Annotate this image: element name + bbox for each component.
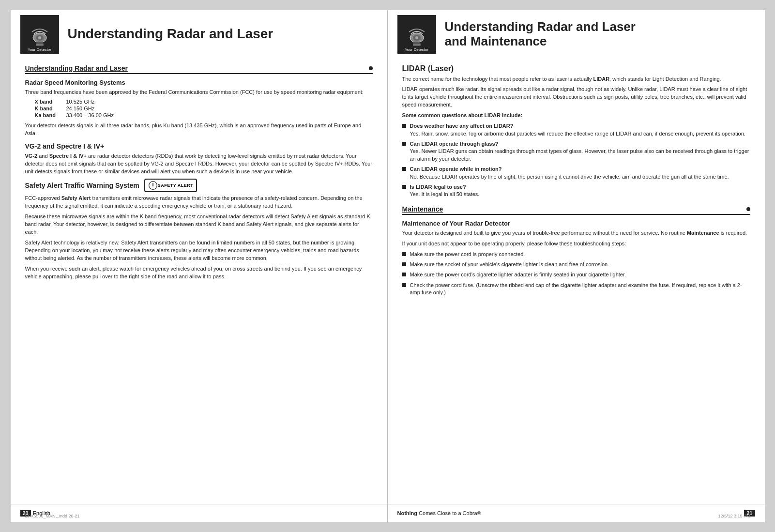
bullet-text: Can LIDAR operate through glass?Yes. New… bbox=[410, 140, 750, 163]
subsection1-heading: Radar Speed Monitoring Systems bbox=[25, 79, 373, 86]
left-header-icon-box: Your Detector bbox=[20, 15, 59, 54]
right-page-title-line1: Understanding Radar and Laser bbox=[445, 20, 636, 34]
spectre-bold: Spectre I & IV+ bbox=[49, 153, 87, 159]
svg-point-8 bbox=[415, 36, 418, 39]
svg-rect-3 bbox=[36, 45, 44, 46]
right-icon-label: Your Detector bbox=[405, 47, 428, 52]
right-brand: Nothing Comes Close to a Cobra® bbox=[397, 510, 481, 516]
left-header-title-block: Understanding Radar and Laser bbox=[59, 26, 274, 42]
right-footer: Nothing Comes Close to a Cobra® 21 bbox=[388, 504, 765, 522]
list-item: Make sure the power cord is properly con… bbox=[402, 251, 750, 258]
bullet-text: Make sure the power cord is properly con… bbox=[410, 251, 750, 258]
maintenance-section-dot bbox=[746, 207, 750, 211]
maintenance-body2: If your unit does not appear to be opera… bbox=[402, 240, 750, 248]
bullet-icon bbox=[402, 124, 406, 128]
right-radar-detector-icon bbox=[406, 25, 427, 46]
left-page-content: Understanding Radar and Laser Radar Spee… bbox=[11, 59, 387, 504]
safety-alert-icon bbox=[148, 181, 158, 190]
right-page-title-line2: and Maintenance bbox=[445, 34, 636, 49]
subsection2-body: VG-2 and Spectre I & IV+ are radar detec… bbox=[25, 152, 373, 176]
right-page: Your Detector Understanding Radar and La… bbox=[388, 10, 765, 522]
right-header-icon-box: Your Detector bbox=[397, 15, 436, 54]
left-footer: 20 English bbox=[11, 504, 387, 522]
safety-alert-logo: SAFETY ALERT bbox=[144, 179, 198, 192]
band-ka-value: 33.400 – 36.00 GHz bbox=[66, 112, 114, 118]
left-section-heading: Understanding Radar and Laser bbox=[25, 64, 373, 74]
bullet-text: Does weather have any affect on LIDAR?Ye… bbox=[410, 122, 750, 137]
list-item: Make sure the socket of your vehicle's c… bbox=[402, 261, 750, 268]
left-page: Your Detector Understanding Radar and La… bbox=[11, 10, 388, 522]
subsection1-body: Three band frequencies have been approve… bbox=[25, 89, 373, 96]
lidar-questions-list: Does weather have any affect on LIDAR?Ye… bbox=[402, 122, 750, 198]
bullet-text: Make sure the power cord's cigarette lig… bbox=[410, 271, 750, 278]
maintenance-body1: Your detector is designed and built to g… bbox=[402, 229, 750, 237]
lidar-title: LIDAR (Laser) bbox=[402, 64, 750, 73]
svg-point-2 bbox=[38, 36, 41, 39]
safety-alert-logo-text: SAFETY ALERT bbox=[158, 183, 194, 188]
maintenance-section: Maintenance Maintenance of Your Radar De… bbox=[402, 205, 750, 297]
band-k-value: 24.150 GHz bbox=[66, 106, 95, 111]
bullet-text: Check the power cord fuse. (Unscrew the … bbox=[410, 282, 750, 297]
maintenance-title: Maintenance of Your Radar Detector bbox=[402, 220, 750, 227]
maintenance-section-heading: Maintenance bbox=[402, 205, 750, 215]
right-file-info: 12/5/12 3:15 PM bbox=[718, 514, 750, 518]
list-item: Is LIDAR legal to use?Yes. It is legal i… bbox=[402, 183, 750, 198]
bullet-text: Can LIDAR operate while in motion?No. Be… bbox=[410, 166, 750, 181]
subsection3-heading: Safety Alert Traffic Warning System bbox=[25, 182, 139, 189]
band-k-name: K band bbox=[35, 106, 66, 111]
subsection3-body1: FCC-approved Safety Alert transmitters e… bbox=[25, 195, 373, 210]
maintenance-bullets-list: Make sure the power cord is properly con… bbox=[402, 251, 750, 297]
subsection3-body3: Safety Alert technology is relatively ne… bbox=[25, 239, 373, 262]
lidar-body1: The correct name for the technology that… bbox=[402, 76, 750, 83]
subsection1-footer: Your detector detects signals in all thr… bbox=[25, 122, 373, 137]
subsection3-heading-line: Safety Alert Traffic Warning System SAFE… bbox=[25, 179, 373, 192]
bullet-icon bbox=[402, 252, 406, 256]
right-header-title-block: Understanding Radar and Laser and Mainte… bbox=[436, 20, 636, 49]
band-row-x: X band 10.525 GHz bbox=[35, 99, 373, 105]
left-file-info: SPX5500_MANL.indd 20-21 bbox=[25, 514, 80, 518]
brand-name: Nothing bbox=[397, 510, 418, 516]
band-x-value: 10.525 GHz bbox=[66, 99, 95, 105]
subsection2-heading: VG-2 and Spectre I & IV+ bbox=[25, 142, 373, 150]
vg2-bold: VG-2 bbox=[25, 153, 38, 159]
subsection3-body2: Because these microwave signals are with… bbox=[25, 213, 373, 236]
left-header: Your Detector Understanding Radar and La… bbox=[11, 10, 387, 59]
band-x-name: X band bbox=[35, 99, 66, 105]
left-icon-label: Your Detector bbox=[28, 47, 51, 52]
list-item: Can LIDAR operate while in motion?No. Be… bbox=[402, 166, 750, 181]
bullet-icon bbox=[402, 262, 406, 266]
right-header: Your Detector Understanding Radar and La… bbox=[388, 10, 765, 59]
right-page-content: LIDAR (Laser) The correct name for the t… bbox=[388, 59, 765, 504]
list-item: Does weather have any affect on LIDAR?Ye… bbox=[402, 122, 750, 137]
svg-rect-9 bbox=[413, 45, 421, 46]
bullet-text: Is LIDAR legal to use?Yes. It is legal i… bbox=[410, 183, 750, 198]
radar-detector-icon bbox=[29, 25, 50, 46]
list-item: Can LIDAR operate through glass?Yes. New… bbox=[402, 140, 750, 163]
bullet-icon bbox=[402, 185, 406, 189]
lidar-body2: LIDAR operates much like radar. Its sign… bbox=[402, 86, 750, 109]
bullet-text: Make sure the socket of your vehicle's c… bbox=[410, 261, 750, 268]
list-item: Check the power cord fuse. (Unscrew the … bbox=[402, 282, 750, 297]
band-row-ka: Ka band 33.400 – 36.00 GHz bbox=[35, 112, 373, 118]
section-heading-dot bbox=[369, 66, 373, 70]
svg-point-5 bbox=[152, 187, 153, 188]
bullet-icon bbox=[402, 273, 406, 276]
subsection3-body4: When you receive such an alert, please w… bbox=[25, 265, 373, 281]
brand-reg: ® bbox=[477, 510, 481, 516]
lidar-questions-title: Some common questions about LIDAR includ… bbox=[402, 112, 750, 120]
list-item: Make sure the power cord's cigarette lig… bbox=[402, 271, 750, 278]
bullet-icon bbox=[402, 283, 406, 287]
band-ka-name: Ka band bbox=[35, 112, 66, 118]
lidar-bold: LIDAR bbox=[593, 76, 609, 82]
band-row-k: K band 24.150 GHz bbox=[35, 106, 373, 111]
bullet-icon bbox=[402, 142, 406, 146]
bullet-icon bbox=[402, 167, 406, 171]
left-page-title: Understanding Radar and Laser bbox=[68, 26, 274, 42]
safety-alert-bold: Safety Alert bbox=[61, 195, 91, 201]
band-table: X band 10.525 GHz K band 24.150 GHz Ka b… bbox=[35, 99, 373, 118]
